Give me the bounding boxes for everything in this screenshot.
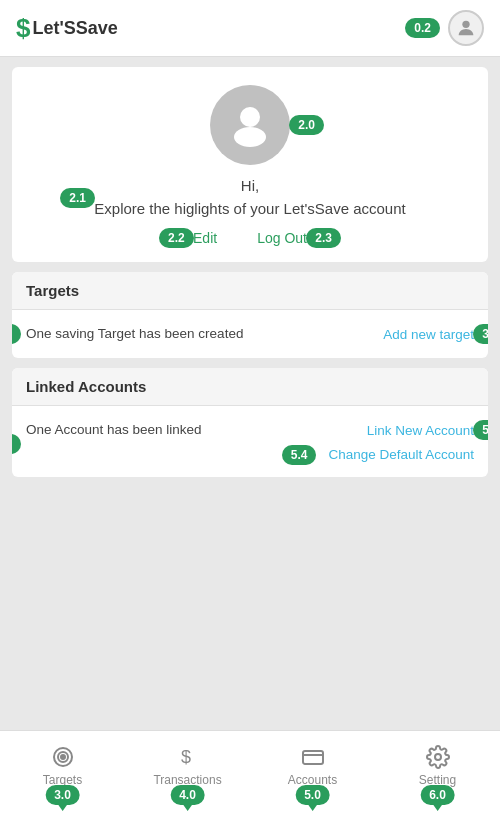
add-target-badge: 3.2 — [473, 324, 488, 344]
change-default-account-button[interactable]: Change Default Account — [328, 447, 474, 462]
svg-point-0 — [462, 21, 469, 28]
greeting: 2.1 Hi, Explore the higlights of your Le… — [94, 175, 405, 220]
linked-accounts-section-badge: 5.3 — [12, 434, 21, 454]
version-badge: 0.2 — [405, 18, 440, 38]
app-name: Let'SSave — [32, 18, 117, 39]
nav-badge-transactions: 4.0 — [170, 785, 205, 805]
svg-point-2 — [234, 127, 266, 147]
dollar-icon: $ — [16, 13, 30, 44]
main-content: 2.0 2.1 Hi, Explore the higlights of you… — [0, 57, 500, 731]
targets-header: Targets — [12, 272, 488, 310]
link-new-account-button[interactable]: Link New Account — [367, 423, 474, 438]
card-icon — [299, 743, 327, 771]
link-new-badge: 5.2 — [473, 420, 488, 440]
dollar-nav-icon: $ — [174, 743, 202, 771]
greeting-badge: 2.1 — [60, 188, 95, 208]
nav-item-targets[interactable]: Targets 3.0 — [0, 739, 125, 787]
avatar[interactable] — [448, 10, 484, 46]
nav-item-accounts[interactable]: Accounts 5.0 — [250, 739, 375, 787]
linked-accounts-row2: 5.4 Change Default Account — [26, 445, 474, 465]
add-new-target-button[interactable]: Add new target — [383, 327, 474, 342]
nav-item-setting[interactable]: Setting 6.0 — [375, 739, 500, 787]
linked-accounts-body: 5.3 One Account has been linked Link New… — [12, 406, 488, 476]
logout-badge: 2.3 — [306, 228, 341, 248]
profile-section: 2.0 2.1 Hi, Explore the higlights of you… — [28, 85, 472, 246]
linked-accounts-text: One Account has been linked — [26, 420, 202, 440]
profile-avatar-wrap: 2.0 — [210, 85, 290, 165]
targets-card: Targets 3.3 One saving Target has been c… — [12, 272, 488, 358]
svg-text:$: $ — [181, 747, 191, 767]
svg-rect-7 — [303, 751, 323, 764]
header: $ Let'SSave 0.2 — [0, 0, 500, 57]
profile-card: 2.0 2.1 Hi, Explore the higlights of you… — [12, 67, 488, 262]
edit-badge: 2.2 — [159, 228, 194, 248]
svg-point-1 — [240, 107, 260, 127]
linked-accounts-card: Linked Accounts 5.3 One Account has been… — [12, 368, 488, 476]
gear-icon — [424, 743, 452, 771]
profile-actions: 2.2 Edit Log Out 2.3 — [193, 230, 307, 246]
svg-point-5 — [61, 755, 65, 759]
header-right: 0.2 — [405, 10, 484, 46]
app-logo: $ Let'SSave — [16, 13, 118, 44]
bottom-nav: Targets 3.0 $ Transactions 4.0 Accounts … — [0, 730, 500, 820]
change-default-badge: 5.4 — [282, 445, 317, 465]
targets-body: 3.3 One saving Target has been created A… — [12, 310, 488, 358]
nav-badge-targets: 3.0 — [45, 785, 80, 805]
svg-point-9 — [435, 754, 441, 760]
nav-badge-accounts: 5.0 — [295, 785, 330, 805]
profile-avatar — [210, 85, 290, 165]
edit-button[interactable]: Edit — [193, 230, 217, 246]
targets-text: One saving Target has been created — [26, 324, 243, 344]
nav-item-transactions[interactable]: $ Transactions 4.0 — [125, 739, 250, 787]
linked-accounts-header: Linked Accounts — [12, 368, 488, 406]
greeting-text: Hi, Explore the higlights of your Let'sS… — [94, 175, 405, 220]
logout-button[interactable]: Log Out — [257, 230, 307, 246]
nav-badge-setting: 6.0 — [420, 785, 455, 805]
linked-accounts-row1: One Account has been linked Link New Acc… — [26, 420, 474, 440]
target-icon — [49, 743, 77, 771]
profile-badge: 2.0 — [289, 115, 324, 135]
targets-section-badge: 3.3 — [12, 324, 21, 344]
